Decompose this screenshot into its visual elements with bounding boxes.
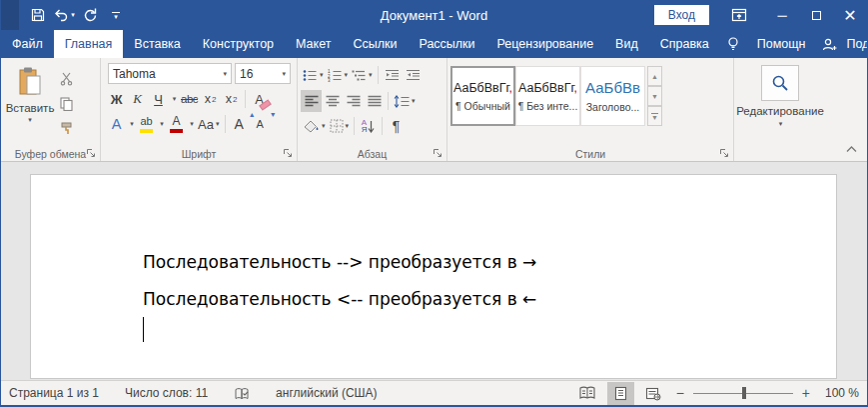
format-painter-button[interactable] (56, 117, 77, 139)
save-button[interactable] (27, 3, 49, 27)
bold-button[interactable]: Ж (106, 88, 127, 110)
clipboard-dialog-launcher[interactable] (85, 147, 97, 159)
page-number-status[interactable]: Страница 1 из 1 (9, 386, 99, 400)
cut-button[interactable] (56, 67, 77, 89)
sort-button[interactable]: А Я (358, 115, 379, 137)
styles-scroll-down-button[interactable]: ▼ (647, 86, 662, 106)
justify-button[interactable] (364, 90, 385, 112)
text-effects-button[interactable]: А (106, 113, 127, 135)
zoom-slider-thumb[interactable] (742, 387, 746, 399)
borders-button[interactable]: ▾ (328, 115, 352, 137)
maximize-button[interactable] (799, 0, 833, 30)
quick-access-toolbar: ▾ ▾ (27, 3, 127, 27)
line-spacing-icon (394, 95, 410, 108)
share-person-icon[interactable] (816, 30, 844, 58)
zoom-in-button[interactable]: + (799, 385, 813, 401)
editing-button[interactable]: Редактирование ▾ (737, 61, 823, 128)
highlight-dropdown[interactable]: ▾ (157, 113, 166, 135)
sign-in-button[interactable]: Вход (654, 5, 709, 25)
shading-button[interactable]: ▾ (301, 115, 328, 137)
align-right-icon (347, 95, 361, 107)
copy-icon (59, 96, 74, 111)
style-no-spacing[interactable]: АаБбВвГг, ¶ Без инте... (515, 66, 580, 126)
style-heading1[interactable]: АаБбВв Заголово... (580, 66, 645, 126)
undo-button[interactable]: ▾ (53, 3, 75, 27)
tab-layout[interactable]: Макет (285, 30, 342, 58)
read-mode-button[interactable] (574, 382, 601, 405)
proofing-status[interactable] (234, 386, 250, 401)
tab-file[interactable]: Файл (1, 30, 54, 58)
align-center-button[interactable] (322, 90, 343, 112)
language-status[interactable]: английский (США) (276, 386, 377, 400)
font-color-button[interactable]: А (166, 113, 187, 135)
word-count-status[interactable]: Число слов: 11 (125, 386, 208, 400)
underline-dropdown[interactable]: ▾ (169, 88, 179, 110)
line-spacing-button[interactable]: ▾ (392, 90, 418, 112)
superscript-button[interactable]: x2 (221, 88, 242, 110)
styles-scroll-up-button[interactable]: ▲ (647, 66, 662, 86)
borders-icon (330, 119, 344, 133)
collapse-ribbon-button[interactable] (846, 146, 857, 153)
app-icon[interactable] (1, 0, 19, 30)
clear-formatting-button[interactable]: А (249, 88, 270, 110)
style-normal[interactable]: АаБбВвГг, ¶ Обычный (450, 66, 515, 126)
tab-view[interactable]: Вид (604, 30, 649, 58)
share-button[interactable]: Поделиться (844, 30, 868, 58)
ribbon-display-options-button[interactable] (731, 8, 747, 22)
font-color-bar (170, 129, 183, 133)
change-case-button[interactable]: Аа▾ (196, 113, 222, 135)
tab-home[interactable]: Главная (54, 30, 124, 58)
tab-insert[interactable]: Вставка (123, 30, 191, 58)
shrink-font-button[interactable]: А▼ (250, 113, 271, 135)
tab-references[interactable]: Ссылки (342, 30, 408, 58)
increase-indent-button[interactable] (403, 64, 424, 86)
grow-font-button[interactable]: А▲ (229, 113, 250, 135)
tab-mailings[interactable]: Рассылки (408, 30, 485, 58)
show-paragraph-marks-button[interactable]: ¶ (386, 115, 407, 137)
text-effects-dropdown[interactable]: ▾ (127, 113, 136, 135)
paragraph-dialog-launcher[interactable] (432, 147, 443, 159)
minimize-button[interactable]: ─ (765, 0, 799, 30)
multilevel-list-button[interactable]: ▾ (350, 64, 375, 86)
tell-me-lightbulb-icon[interactable] (720, 30, 746, 58)
tab-design[interactable]: Конструктор (192, 30, 285, 58)
zoom-level[interactable]: 100 % (819, 386, 859, 400)
align-left-button[interactable] (301, 90, 322, 112)
bullets-button[interactable]: ▾ (301, 64, 326, 86)
numbering-button[interactable]: 123 ▾ (326, 64, 351, 86)
close-button[interactable]: ✕ (833, 0, 867, 30)
zoom-out-button[interactable]: − (673, 385, 687, 401)
paste-button[interactable]: Вставить ▾ (4, 61, 56, 145)
document-page[interactable]: Последовательность --> преобразуется в →… (30, 174, 837, 379)
text-highlight-button[interactable]: ab (136, 113, 157, 135)
styles-dialog-launcher[interactable] (718, 147, 730, 159)
proofing-book-icon (234, 386, 250, 401)
font-size-value: 16 (240, 67, 253, 81)
align-right-button[interactable] (343, 90, 364, 112)
underline-button[interactable]: Ч (148, 88, 169, 110)
font-size-combo[interactable]: 16 ▾ (235, 63, 291, 84)
copy-button[interactable] (56, 92, 77, 114)
font-dialog-launcher[interactable] (282, 147, 294, 159)
numbering-icon: 123 (328, 69, 343, 82)
customize-qat-button[interactable]: ▾ (105, 3, 127, 27)
strikethrough-button[interactable]: abc (179, 88, 200, 110)
font-color-dropdown[interactable]: ▾ (187, 113, 196, 135)
web-layout-button[interactable] (640, 382, 667, 405)
tab-review[interactable]: Рецензирование (486, 30, 605, 58)
document-area[interactable]: Последовательность --> преобразуется в →… (1, 162, 867, 380)
print-layout-button[interactable] (607, 382, 634, 405)
print-layout-icon (613, 386, 628, 401)
styles-more-button[interactable]: ▼ (647, 106, 662, 126)
decrease-indent-button[interactable] (382, 64, 403, 86)
ribbon-display-options-icon (731, 8, 747, 22)
zoom-slider[interactable] (693, 386, 793, 400)
tab-help[interactable]: Справка (649, 30, 720, 58)
tab-assistant[interactable]: Помощн (746, 30, 817, 58)
undo-dropdown-icon[interactable]: ▾ (71, 11, 75, 19)
font-name-combo[interactable]: Tahoma ▾ (108, 63, 232, 84)
italic-button[interactable]: К (127, 88, 148, 110)
chevron-up-icon (846, 146, 857, 153)
redo-button[interactable] (79, 3, 101, 27)
subscript-button[interactable]: x2 (200, 88, 221, 110)
